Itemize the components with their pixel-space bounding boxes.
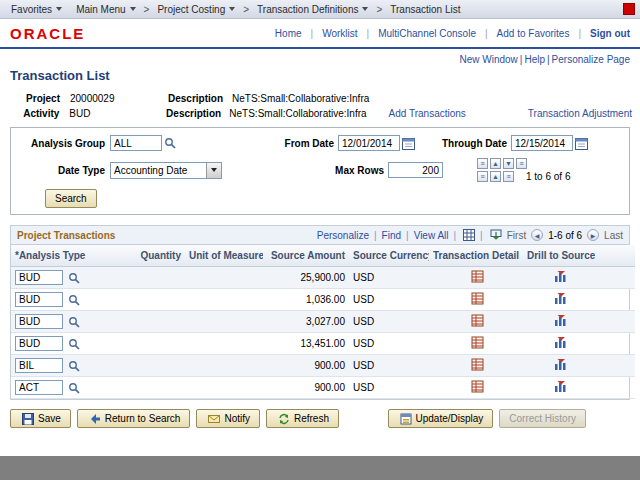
download-icon[interactable]	[490, 229, 502, 241]
source-currency-cell: USD	[349, 377, 429, 399]
pipe-separator: |	[406, 230, 409, 241]
transaction-detail-icon[interactable]	[471, 336, 484, 349]
pipe-separator: |	[480, 230, 483, 241]
page-title: Transaction List	[10, 68, 632, 83]
max-rows-input[interactable]	[388, 162, 443, 178]
home-link[interactable]: Home	[275, 28, 302, 39]
drill-to-source-icon[interactable]	[554, 314, 567, 327]
breadcrumb-separator: >	[143, 4, 151, 15]
find-link[interactable]: Find	[382, 230, 401, 241]
new-window-link[interactable]: New Window	[459, 54, 517, 65]
source-amount-cell: 900.00	[263, 377, 349, 399]
correct-history-button: Correct History	[499, 409, 586, 428]
help-link[interactable]: Help	[524, 54, 545, 65]
drill-to-source-icon[interactable]	[554, 336, 567, 349]
scroll-top-icon[interactable]: ≡	[477, 158, 488, 169]
analysis-type-input[interactable]	[15, 380, 63, 395]
activity-value: BUD	[69, 108, 166, 119]
personalize-page-link[interactable]: Personalize Page	[552, 54, 630, 65]
calendar-icon[interactable]	[575, 137, 588, 150]
multichannel-console-link[interactable]: MultiChannel Console	[378, 28, 476, 39]
breadcrumb-label: Transaction List	[390, 4, 460, 15]
notify-button[interactable]: Notify	[196, 409, 260, 428]
personalize-link[interactable]: Personalize	[317, 230, 369, 241]
analysis-group-input[interactable]	[110, 135, 162, 151]
breadcrumb-label: Favorites	[11, 4, 52, 15]
analysis-type-input[interactable]	[15, 336, 63, 351]
scroll-next-icon[interactable]: ▲	[490, 171, 501, 182]
breadcrumb-label: Project Costing	[157, 4, 225, 15]
transaction-detail-icon[interactable]	[471, 292, 484, 305]
breadcrumb-separator: >	[242, 4, 250, 15]
transaction-detail-icon[interactable]	[471, 270, 484, 283]
lookup-icon[interactable]	[68, 360, 80, 372]
worklist-link[interactable]: Worklist	[322, 28, 357, 39]
refresh-button[interactable]: Refresh	[266, 409, 339, 428]
filler-cell	[595, 267, 635, 289]
grid-toolbar: Personalize | Find | View All | | First …	[317, 229, 623, 241]
add-to-favorites-link[interactable]: Add to Favorites	[497, 28, 570, 39]
analysis-type-input[interactable]	[15, 358, 63, 373]
source-amount-cell: 13,451.00	[263, 333, 349, 355]
update-display-button[interactable]: Update/Display	[388, 409, 494, 428]
drill-to-source-icon[interactable]	[554, 380, 567, 393]
first-label[interactable]: First	[507, 230, 526, 241]
drill-to-source-icon[interactable]	[554, 292, 567, 305]
sign-out-link[interactable]: Sign out	[590, 28, 630, 39]
breadcrumb-project-costing[interactable]: Project Costing	[150, 4, 242, 15]
zoom-grid-icon[interactable]	[463, 229, 475, 241]
lookup-icon[interactable]	[68, 316, 80, 328]
through-date-input[interactable]	[511, 135, 573, 151]
add-transactions-link[interactable]: Add Transactions	[389, 108, 466, 119]
lookup-icon[interactable]	[68, 272, 80, 284]
next-page-icon[interactable]: ▶	[587, 229, 599, 241]
pipe-separator: |	[520, 54, 523, 65]
previous-page-icon[interactable]: ◀	[531, 229, 543, 241]
source-currency-cell: USD	[349, 311, 429, 333]
breadcrumb-favorites[interactable]: Favorites	[4, 4, 69, 15]
lookup-icon[interactable]	[68, 382, 80, 394]
breadcrumb-label: Transaction Definitions	[257, 4, 358, 15]
lookup-icon[interactable]	[164, 137, 176, 149]
transaction-detail-icon[interactable]	[471, 380, 484, 393]
scroll-down-icon[interactable]: ▼	[503, 158, 514, 169]
scroll-prev-icon[interactable]: ≡	[477, 171, 488, 182]
breadcrumb-transaction-list[interactable]: Transaction List	[383, 4, 467, 15]
last-label[interactable]: Last	[604, 230, 623, 241]
save-button[interactable]: Save	[10, 409, 71, 428]
refresh-label: Refresh	[294, 413, 329, 424]
scroll-bottom-icon[interactable]: ≡	[516, 158, 527, 169]
transaction-detail-icon[interactable]	[471, 314, 484, 327]
view-all-link[interactable]: View All	[414, 230, 449, 241]
analysis-type-input[interactable]	[15, 314, 63, 329]
filler-cell	[595, 355, 635, 377]
breadcrumb-transaction-definitions[interactable]: Transaction Definitions	[250, 4, 375, 15]
scroll-last-icon[interactable]: ≡	[503, 171, 514, 182]
from-date-input[interactable]	[338, 135, 400, 151]
page: Favorites Main Menu > Project Costing > …	[0, 0, 640, 456]
transaction-detail-icon[interactable]	[471, 358, 484, 371]
search-button[interactable]: Search	[45, 189, 97, 208]
app-header: ORACLE Home | Worklist | MultiChannel Co…	[0, 19, 640, 49]
source-currency-cell: USD	[349, 355, 429, 377]
scroll-up-icon[interactable]: ▲	[490, 158, 501, 169]
breadcrumb-main-menu[interactable]: Main Menu	[69, 4, 142, 15]
drill-to-source-icon[interactable]	[554, 270, 567, 283]
return-to-search-button[interactable]: Return to Search	[77, 409, 191, 428]
analysis-type-input[interactable]	[15, 292, 63, 307]
drill-to-source-icon[interactable]	[554, 358, 567, 371]
col-filler	[595, 245, 635, 267]
correct-history-label: Correct History	[509, 413, 576, 424]
description-label: Description	[166, 108, 229, 119]
quantity-cell	[129, 267, 185, 289]
date-type-select[interactable]: Accounting Date	[110, 162, 222, 179]
lookup-icon[interactable]	[68, 338, 80, 350]
table-row: 3,027.00 USD	[11, 311, 635, 333]
transaction-adjustment-link[interactable]: Transaction Adjustment	[528, 108, 632, 119]
pipe-separator: |	[367, 28, 370, 39]
lookup-icon[interactable]	[68, 294, 80, 306]
calendar-icon[interactable]	[402, 137, 415, 150]
quantity-cell	[129, 311, 185, 333]
analysis-type-input[interactable]	[15, 270, 63, 285]
red-square-icon[interactable]	[623, 3, 635, 15]
